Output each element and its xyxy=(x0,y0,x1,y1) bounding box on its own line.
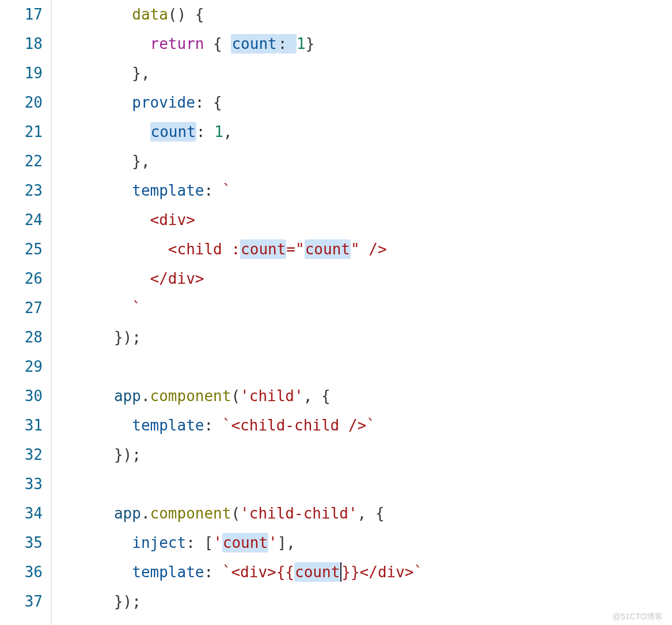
line-number: 34 xyxy=(0,499,43,528)
code-token: 'child' xyxy=(240,387,303,405)
code-token: : xyxy=(204,563,222,581)
line-number: 18 xyxy=(0,29,43,59)
code-token: app xyxy=(114,387,141,405)
code-token: . xyxy=(141,505,150,522)
code-line[interactable]: </div> xyxy=(60,264,672,294)
code-token: return xyxy=(150,35,204,52)
line-number: 22 xyxy=(0,147,43,176)
code-token: ( xyxy=(231,387,240,405)
code-token: : [ xyxy=(186,534,213,551)
line-number: 37 xyxy=(0,587,43,616)
code-line[interactable]: template: ` xyxy=(60,176,672,205)
code-token: </div> xyxy=(150,270,204,287)
code-line[interactable]: }); xyxy=(60,587,672,616)
code-token: : xyxy=(196,123,214,140)
code-line[interactable]: return { count: 1} xyxy=(60,29,672,59)
code-line[interactable]: data() { xyxy=(60,0,672,29)
code-token: `<child-child />` xyxy=(222,417,375,434)
code-line[interactable]: ` xyxy=(60,294,672,323)
code-token: count xyxy=(150,122,196,142)
code-line[interactable]: app.component('child-child', { xyxy=(60,499,672,528)
code-token: template xyxy=(132,417,204,434)
code-token: }, xyxy=(132,64,150,82)
line-number: 20 xyxy=(0,88,43,117)
code-token: count xyxy=(240,239,286,259)
code-token: provide xyxy=(132,94,195,111)
code-line[interactable]: }, xyxy=(60,147,672,176)
code-token: . xyxy=(141,387,150,405)
code-line[interactable]: provide: { xyxy=(60,88,672,117)
code-token: component xyxy=(150,505,231,522)
code-token: count xyxy=(294,562,340,582)
line-number: 31 xyxy=(0,411,43,440)
code-token: }); xyxy=(114,446,141,463)
line-number: 19 xyxy=(0,59,43,88)
code-token: template xyxy=(132,563,204,581)
line-number: 29 xyxy=(0,352,43,382)
line-number: 24 xyxy=(0,205,43,235)
code-token: =" xyxy=(286,241,304,258)
line-number: 21 xyxy=(0,117,43,147)
code-token: app xyxy=(114,505,141,522)
code-token: ( xyxy=(231,505,240,522)
code-token: ' xyxy=(213,534,222,551)
code-token: count xyxy=(222,533,268,552)
code-token: ], xyxy=(278,534,295,551)
code-token: template xyxy=(132,182,204,199)
code-token: }}</div>` xyxy=(341,563,423,581)
watermark: @51CTO博客 xyxy=(613,612,663,620)
code-editor[interactable]: 1718192021222324252627282930313233343536… xyxy=(0,0,672,625)
line-number: 36 xyxy=(0,558,43,587)
code-token: () { xyxy=(168,6,204,23)
line-number: 32 xyxy=(0,440,43,470)
code-token: }); xyxy=(114,329,141,346)
code-line[interactable]: <child :count="count" /> xyxy=(60,235,672,264)
code-token: " /> xyxy=(351,241,387,258)
code-token: <child : xyxy=(168,241,240,258)
code-token: 1 xyxy=(297,35,306,52)
code-line[interactable]: }); xyxy=(60,440,672,470)
code-line[interactable] xyxy=(60,470,672,499)
code-line[interactable]: template: `<child-child />` xyxy=(60,411,672,440)
line-number: 33 xyxy=(0,470,43,499)
code-token: <div> xyxy=(150,211,195,228)
code-token: , xyxy=(223,123,233,140)
code-token: count xyxy=(305,239,351,259)
code-token: count xyxy=(231,34,277,54)
code-token: : xyxy=(204,182,222,199)
code-line[interactable]: app.component('child', { xyxy=(60,382,672,411)
line-number: 30 xyxy=(0,382,43,411)
code-token: , { xyxy=(303,387,331,405)
code-line[interactable]: count: 1, xyxy=(60,117,672,147)
code-token: : xyxy=(204,417,222,434)
code-line[interactable]: }, xyxy=(60,59,672,88)
code-token: `<div>{{ xyxy=(222,563,294,581)
code-content[interactable]: data() { return { count: 1} }, provide: … xyxy=(52,0,672,625)
code-token: inject xyxy=(132,534,186,551)
code-token: : { xyxy=(195,94,222,111)
line-number: 27 xyxy=(0,294,43,323)
code-token: }); xyxy=(114,593,141,610)
code-token: 1 xyxy=(214,123,223,140)
code-token: }, xyxy=(132,153,150,170)
line-number-gutter: 1718192021222324252627282930313233343536… xyxy=(0,0,52,625)
code-token: } xyxy=(306,35,315,52)
code-token: component xyxy=(150,387,231,405)
code-token: : xyxy=(278,34,297,54)
code-line[interactable]: }); xyxy=(60,323,672,352)
line-number: 26 xyxy=(0,264,43,294)
code-token: ` xyxy=(132,299,141,317)
line-number: 35 xyxy=(0,528,43,558)
code-token: ` xyxy=(222,182,231,199)
code-token: { xyxy=(204,35,231,52)
line-number: 23 xyxy=(0,176,43,205)
code-token: 'child-child' xyxy=(240,505,358,522)
code-token: data xyxy=(132,6,168,23)
line-number: 17 xyxy=(0,0,43,29)
code-line[interactable]: <div> xyxy=(60,205,672,235)
line-number: 25 xyxy=(0,235,43,264)
code-line[interactable]: template: `<div>{{count}}</div>` xyxy=(60,558,672,587)
code-line[interactable]: inject: ['count'], xyxy=(60,528,672,558)
code-line[interactable] xyxy=(60,352,672,382)
code-token: ' xyxy=(268,534,278,551)
